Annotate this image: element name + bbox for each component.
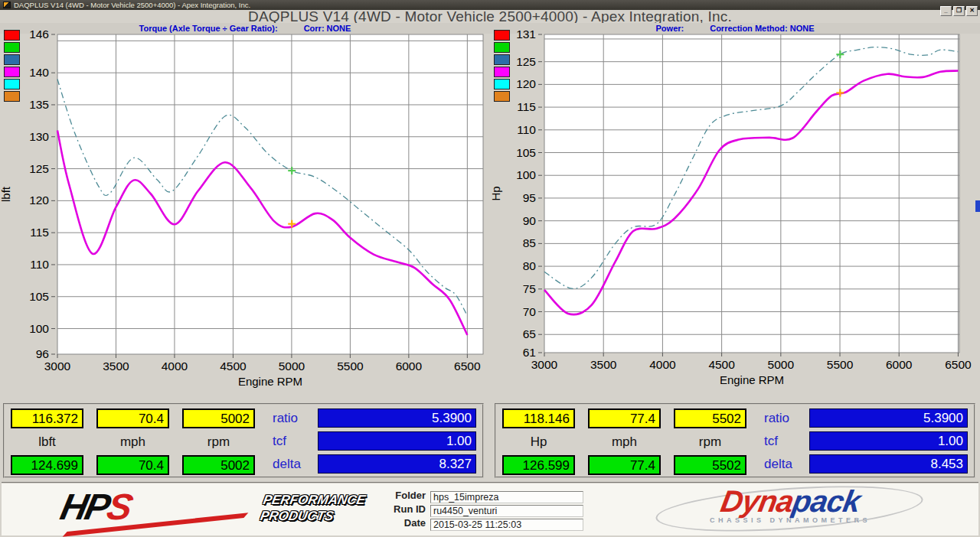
cursor-value-box: 118.146 <box>502 408 575 428</box>
y-tick-label: 115 <box>517 100 536 113</box>
x-tick-label: 4000 <box>649 358 676 371</box>
reference-value-box: 126.599 <box>502 455 575 475</box>
minimize-button[interactable]: _ <box>940 6 952 16</box>
y-tick-label: 146 <box>29 28 49 41</box>
y-tick-label: 100 <box>29 322 49 335</box>
y-tick-label: 90 <box>523 214 537 227</box>
x-tick-label: 3500 <box>590 358 617 371</box>
cursor-value-box: 5502 <box>674 408 746 428</box>
delta-value: 8.327 <box>318 454 476 474</box>
y-tick-label: 125 <box>516 55 536 68</box>
y-tick-label: 115 <box>30 226 49 239</box>
unit-label: rpm <box>674 434 746 450</box>
power-readout-panel: 118.146 77.4 5502 Hp mph rpm 126.599 77.… <box>495 403 975 478</box>
reference-value-box: 70.4 <box>96 455 169 475</box>
ratio-label: ratio <box>273 411 312 426</box>
unit-label: mph <box>588 434 661 450</box>
ratio-value: 5.3900 <box>318 408 476 428</box>
tcf-label: tcf <box>273 434 312 449</box>
tcf-value: 1.00 <box>318 431 476 451</box>
y-tick-label: 135 <box>29 98 49 111</box>
ratio-label: ratio <box>764 411 804 426</box>
x-tick-label: 5000 <box>768 358 795 371</box>
x-axis-label: Engine RPM <box>720 373 784 386</box>
delta-label: delta <box>273 457 312 472</box>
y-tick-label: 75 <box>523 282 536 295</box>
y-tick-label: 105 <box>29 290 49 303</box>
y-axis-label: lbft <box>0 186 12 202</box>
date-field[interactable]: 2015-03-25 11:25:03 <box>430 519 583 531</box>
delta-value: 8.453 <box>809 454 968 474</box>
folder-label: Folder <box>329 490 430 501</box>
unit-label: lbft <box>11 434 83 450</box>
torque-chart[interactable]: 3000350040004500500055006000650014614013… <box>0 28 490 398</box>
y-tick-label: 131 <box>516 28 536 41</box>
power-chart[interactable]: 3000350040004500500055006000650013112512… <box>490 28 980 398</box>
run-id-label: Run ID <box>329 503 430 515</box>
plot-area[interactable] <box>57 34 483 354</box>
x-tick-label: 3000 <box>531 358 558 371</box>
x-tick-label: 5500 <box>337 360 364 373</box>
tcf-label: tcf <box>764 434 804 449</box>
dynapack-logo: Dynapack CHASSIS DYNAMOMETERS <box>662 485 919 524</box>
dynapack-logo-dyna: Dyna <box>718 484 796 518</box>
run-id-field[interactable]: ru4450_venturi <box>430 505 583 517</box>
run-id-row: Run IDru4450_venturi <box>329 503 583 517</box>
y-tick-label: 85 <box>523 236 536 249</box>
x-axis-label: Engine RPM <box>238 375 302 388</box>
hps-logo-hp: HP <box>57 487 112 527</box>
y-tick-label: 65 <box>523 327 536 340</box>
y-tick-label: 80 <box>523 259 537 272</box>
x-tick-label: 6000 <box>886 358 913 371</box>
y-tick-label: 95 <box>523 191 536 204</box>
y-tick-label: 130 <box>29 130 49 143</box>
y-axis-label: Hp <box>490 186 502 200</box>
y-tick-label: 96 <box>36 347 49 360</box>
folder-field[interactable]: hps_15impreza <box>430 491 583 503</box>
app-icon <box>3 2 11 8</box>
y-tick-label: 110 <box>30 258 49 271</box>
y-tick-label: 120 <box>516 77 536 90</box>
x-tick-label: 4500 <box>220 360 247 373</box>
cursor-value-box: 116.372 <box>11 408 83 428</box>
restore-button[interactable]: ❐ <box>953 6 965 16</box>
tcf-value: 1.00 <box>809 431 968 451</box>
folder-row: Folderhps_15impreza <box>329 490 583 503</box>
x-tick-label: 6500 <box>454 360 481 373</box>
dynapack-subtitle: CHASSIS DYNAMOMETERS <box>662 516 919 524</box>
torque-readout-panel: 116.372 70.4 5002 lbft mph rpm 124.699 7… <box>3 403 484 478</box>
cursor-value-box: 5002 <box>182 408 255 428</box>
ratio-value: 5.3900 <box>809 408 968 428</box>
plot-area[interactable] <box>544 34 959 353</box>
x-tick-label: 3500 <box>103 360 129 373</box>
delta-label: delta <box>764 457 804 472</box>
y-tick-label: 61 <box>523 346 536 359</box>
run-info-fields: Folderhps_15impreza Run IDru4450_venturi… <box>329 490 583 531</box>
x-tick-label: 6500 <box>945 358 972 371</box>
y-tick-label: 120 <box>29 194 49 207</box>
x-tick-label: 3000 <box>44 360 71 373</box>
x-tick-label: 4500 <box>708 358 735 371</box>
y-tick-label: 110 <box>517 123 536 136</box>
edge-widget[interactable] <box>975 200 980 212</box>
y-tick-label: 70 <box>523 305 537 318</box>
y-tick-label: 140 <box>29 66 49 79</box>
reference-value-box: 5002 <box>182 455 255 475</box>
reference-value-box: 124.699 <box>11 455 83 475</box>
y-tick-label: 125 <box>29 162 49 175</box>
date-label: Date <box>329 517 430 529</box>
cursor-value-box: 70.4 <box>96 408 169 428</box>
footer: HPS PERFORMANCE PRODUCTS Folderhps_15imp… <box>2 482 978 535</box>
hps-logo: HPS PERFORMANCE PRODUCTS <box>61 488 329 534</box>
reference-value-box: 77.4 <box>588 455 661 475</box>
x-tick-label: 4000 <box>162 360 188 373</box>
window-controls: _ ❐ ✕ <box>940 6 978 16</box>
unit-label: mph <box>96 434 169 450</box>
x-tick-label: 5500 <box>827 358 854 371</box>
date-row: Date2015-03-25 11:25:03 <box>329 517 583 531</box>
unit-label: rpm <box>182 434 255 450</box>
close-button[interactable]: ✕ <box>966 6 978 16</box>
x-tick-label: 5000 <box>279 360 305 373</box>
cursor-value-box: 77.4 <box>588 408 661 428</box>
unit-label: Hp <box>502 434 575 450</box>
